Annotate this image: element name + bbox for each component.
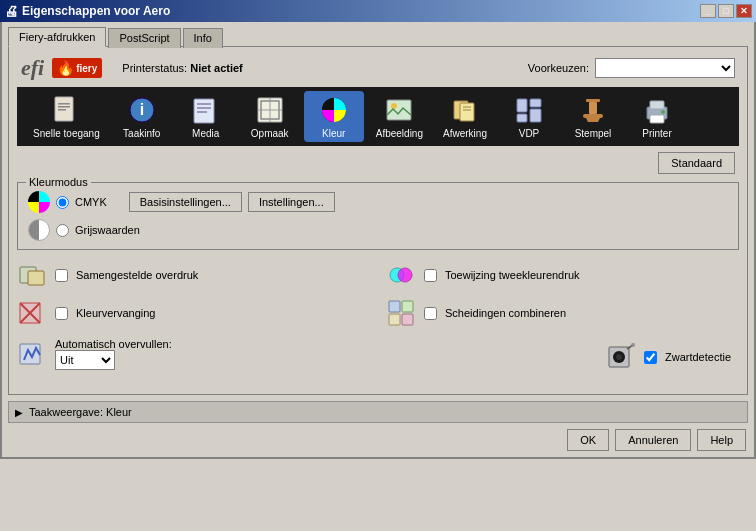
svg-rect-39 <box>389 301 400 312</box>
svg-rect-26 <box>589 102 597 114</box>
toewijzing-tweekleurendruk-checkbox[interactable] <box>424 269 437 282</box>
grijswaarden-label: Grijswaarden <box>75 224 140 236</box>
ok-button[interactable]: OK <box>567 429 609 451</box>
opmaak-icon <box>254 94 286 126</box>
kleur-label: Kleur <box>322 128 345 139</box>
options-grid: Samengestelde overdruk Toewijzing tweekl… <box>17 260 739 328</box>
expand-bar[interactable]: ▶ Taakweergave: Kleur <box>8 401 748 423</box>
kleurvervanging-icon <box>17 298 47 328</box>
toolbar-item-afbeelding[interactable]: Afbeelding <box>368 91 431 142</box>
content-area: efi 🔥 fiery Printerstatus: Niet actief V… <box>8 46 748 395</box>
taakinfo-icon: i <box>126 94 158 126</box>
cmyk-row: CMYK Basisinstellingen... Instellingen..… <box>28 191 728 213</box>
voorkeuzen-select[interactable] <box>595 58 735 78</box>
basisinstellingen-button[interactable]: Basisinstellingen... <box>129 192 242 212</box>
stempel-icon <box>577 94 609 126</box>
scheidingen-combineren-label: Scheidingen combineren <box>445 307 566 319</box>
toewijzing-tweekleurendruk-label: Toewijzing tweekleurendruk <box>445 269 580 281</box>
printer-status-value: Niet actief <box>190 62 243 74</box>
instellingen-button[interactable]: Instellingen... <box>248 192 335 212</box>
automatisch-select[interactable]: Uit Aan <box>55 350 115 370</box>
standaard-row: Standaard <box>17 152 739 174</box>
svg-rect-41 <box>389 314 400 325</box>
scheidingen-combineren-checkbox[interactable] <box>424 307 437 320</box>
svg-rect-18 <box>460 103 474 121</box>
toolbar-item-taakinfo[interactable]: i Taakinfo <box>112 91 172 142</box>
efi-logo: efi <box>21 55 44 81</box>
main-window: Fiery-afdrukken PostScript Info efi 🔥 fi… <box>0 22 756 459</box>
svg-rect-9 <box>197 111 207 113</box>
svg-rect-2 <box>58 106 70 108</box>
svg-rect-42 <box>402 314 413 325</box>
tab-bar: Fiery-afdrukken PostScript Info <box>2 22 754 46</box>
svg-point-35 <box>398 268 412 282</box>
taakinfo-label: Taakinfo <box>123 128 160 139</box>
svg-rect-40 <box>402 301 413 312</box>
cmyk-label: CMYK <box>75 196 107 208</box>
toolbar-item-kleur[interactable]: Kleur <box>304 91 364 142</box>
kleurvervanging-label: Kleurvervanging <box>76 307 156 319</box>
annuleren-button[interactable]: Annuleren <box>615 429 691 451</box>
toewijzing-tweekleurendruk-icon <box>386 260 416 290</box>
svg-rect-3 <box>58 109 66 111</box>
svg-rect-30 <box>650 115 664 123</box>
automatisch-area: Automatisch overvullen: Uit Aan <box>17 338 172 378</box>
printer-icon <box>641 94 673 126</box>
stempel-label: Stempel <box>575 128 612 139</box>
tab-info[interactable]: Info <box>183 28 223 48</box>
scheidingen-combineren-icon <box>386 298 416 328</box>
kleur-icon <box>318 94 350 126</box>
samengestelde-overdruk-icon <box>17 260 47 290</box>
expand-bar-label: Taakweergave: Kleur <box>29 406 132 418</box>
toolbar-item-media[interactable]: Media <box>176 91 236 142</box>
expand-arrow-icon: ▶ <box>15 407 23 418</box>
snelle-toegang-label: Snelle toegang <box>33 128 100 139</box>
standaard-button[interactable]: Standaard <box>658 152 735 174</box>
svg-rect-15 <box>387 100 411 120</box>
afwerking-icon <box>449 94 481 126</box>
toolbar-item-afwerking[interactable]: Afwerking <box>435 91 495 142</box>
svg-point-16 <box>391 103 397 109</box>
snelle-toegang-icon <box>50 94 82 126</box>
opmaak-label: Opmaak <box>251 128 289 139</box>
vdp-label: VDP <box>519 128 540 139</box>
automatisch-label: Automatisch overvullen: <box>55 338 172 350</box>
svg-rect-25 <box>586 99 600 102</box>
samengestelde-overdruk-checkbox[interactable] <box>55 269 68 282</box>
svg-rect-23 <box>530 99 541 107</box>
fiery-badge-icon: 🔥 <box>57 60 74 76</box>
svg-rect-1 <box>58 103 70 105</box>
cmyk-color-icon <box>28 191 50 213</box>
printer-status-label: Printerstatus: <box>122 62 187 74</box>
svg-rect-7 <box>197 103 211 105</box>
zwartdetectie-label: Zwartdetectie <box>665 351 731 363</box>
option-samengestelde-overdruk: Samengestelde overdruk <box>17 260 370 290</box>
afwerking-label: Afwerking <box>443 128 487 139</box>
toolbar-item-stempel[interactable]: Stempel <box>563 91 623 142</box>
toolbar-item-snelle-toegang[interactable]: Snelle toegang <box>25 91 108 142</box>
svg-rect-24 <box>530 109 541 122</box>
maximize-button[interactable]: □ <box>718 4 734 18</box>
voorkeuzen-label: Voorkeuzen: <box>528 62 589 74</box>
toolbar-item-vdp[interactable]: VDP <box>499 91 559 142</box>
zwartdetectie-area: Zwartdetectie <box>606 342 731 372</box>
close-button[interactable]: ✕ <box>736 4 752 18</box>
option-toewijzing-tweekleurendruk: Toewijzing tweekleurendruk <box>386 260 739 290</box>
tab-fiery-afdrukken[interactable]: Fiery-afdrukken <box>8 27 106 47</box>
grijswaarden-radio[interactable] <box>56 224 69 237</box>
bottom-bar: OK Annuleren Help <box>2 423 754 457</box>
printer-label: Printer <box>642 128 671 139</box>
tab-postscript[interactable]: PostScript <box>108 28 180 48</box>
svg-rect-8 <box>197 107 211 109</box>
media-icon <box>190 94 222 126</box>
kleurvervanging-checkbox[interactable] <box>55 307 68 320</box>
help-button[interactable]: Help <box>697 429 746 451</box>
info-bar: efi 🔥 fiery Printerstatus: Niet actief V… <box>17 55 739 81</box>
option-kleurvervanging: Kleurvervanging <box>17 298 370 328</box>
cmyk-radio[interactable] <box>56 196 69 209</box>
zwartdetectie-checkbox[interactable] <box>644 351 657 364</box>
svg-rect-27 <box>583 114 603 118</box>
toolbar-item-opmaak[interactable]: Opmaak <box>240 91 300 142</box>
minimize-button[interactable]: _ <box>700 4 716 18</box>
toolbar-item-printer[interactable]: Printer <box>627 91 687 142</box>
